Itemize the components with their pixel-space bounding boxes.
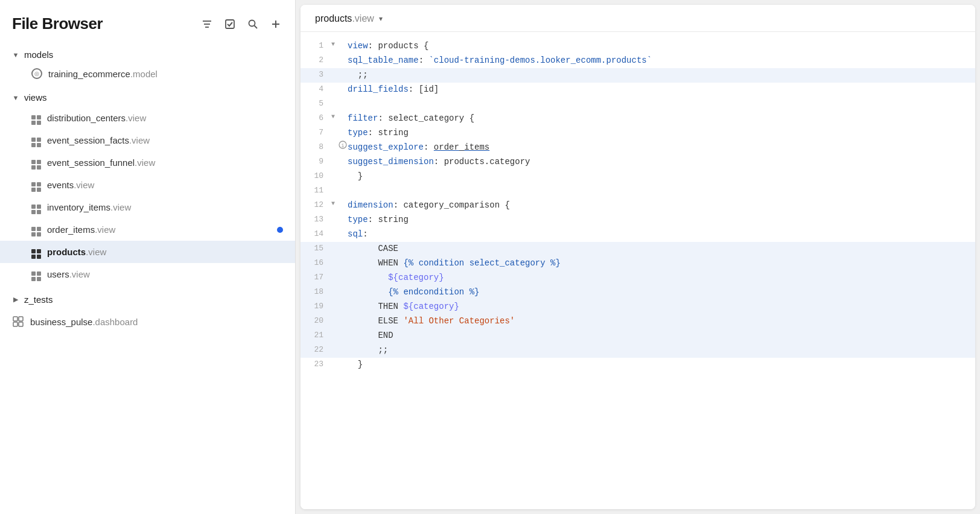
chevron-right-icon-ztests: ▶ bbox=[12, 296, 19, 303]
code-line-21: 21 END bbox=[301, 329, 975, 343]
z-tests-section: ▶ z_tests bbox=[0, 288, 295, 311]
line-number-3: 3 bbox=[310, 68, 328, 81]
models-section: ▼ models ◎ training_ecommerce.model bbox=[0, 43, 295, 86]
sidebar-item-products-view[interactable]: products.view bbox=[0, 241, 295, 263]
svg-line-5 bbox=[255, 25, 258, 28]
line-number-11: 11 bbox=[310, 184, 328, 197]
code-line-18: 18 {% endcondition %} bbox=[301, 285, 975, 300]
code-line-23: 23 } bbox=[301, 358, 975, 372]
plus-icon[interactable] bbox=[269, 17, 283, 31]
table-icon-inventory bbox=[31, 200, 41, 214]
sidebar-item-views[interactable]: ▼ views bbox=[0, 88, 295, 107]
code-line-1: 1▼view: products { bbox=[301, 39, 975, 54]
line-content-14: sql: bbox=[348, 227, 966, 242]
editor-tab-products-view[interactable]: products.view ▾ bbox=[315, 13, 383, 24]
svg-point-4 bbox=[249, 20, 255, 26]
line-content-16: WHEN {% condition select_category %} bbox=[348, 256, 966, 271]
table-icon-products bbox=[31, 245, 41, 259]
sidebar-item-event-session-facts-view[interactable]: event_session_facts.view bbox=[0, 129, 295, 151]
model-icon: ◎ bbox=[31, 68, 42, 79]
editor-tab-bar: products.view ▾ bbox=[301, 5, 975, 32]
table-icon-event-funnel bbox=[31, 156, 41, 170]
line-content-6: filter: select_category { bbox=[348, 112, 966, 126]
sidebar-item-order-items-view[interactable]: order_items.view bbox=[0, 218, 295, 241]
line-content-15: CASE bbox=[348, 242, 966, 256]
code-line-3: 3 ;; bbox=[301, 68, 975, 83]
line-number-1: 1 bbox=[310, 39, 328, 52]
sidebar-item-training-ecommerce-model[interactable]: ◎ training_ecommerce.model bbox=[0, 64, 295, 83]
sidebar-item-users-view[interactable]: users.view bbox=[0, 263, 295, 285]
line-number-17: 17 bbox=[310, 271, 328, 284]
header-icons bbox=[200, 17, 283, 31]
table-icon-order-items bbox=[31, 223, 41, 236]
line-number-15: 15 bbox=[310, 242, 328, 255]
sidebar-item-business-pulse-dashboard[interactable]: business_pulse.dashboard bbox=[0, 311, 295, 332]
code-line-4: 4drill_fields: [id] bbox=[301, 83, 975, 97]
line-number-8: 8 bbox=[310, 141, 328, 154]
sidebar-item-z-tests[interactable]: ▶ z_tests bbox=[0, 290, 295, 309]
collapse-arrow-12[interactable]: ▼ bbox=[328, 198, 338, 209]
collapse-arrow-1[interactable]: ▼ bbox=[328, 39, 338, 49]
code-line-16: 16 WHEN {% condition select_category %} bbox=[301, 256, 975, 271]
svg-rect-11 bbox=[19, 322, 23, 326]
table-icon-users bbox=[31, 267, 41, 281]
code-line-5: 5 bbox=[301, 97, 975, 112]
line-content-19: THEN ${category} bbox=[348, 300, 966, 314]
filter-icon[interactable] bbox=[200, 17, 214, 31]
svg-rect-3 bbox=[226, 20, 234, 28]
line-number-9: 9 bbox=[310, 155, 328, 168]
sidebar-title: File Browser bbox=[12, 14, 103, 33]
sidebar-item-inventory-items-view[interactable]: inventory_items.view bbox=[0, 196, 295, 218]
z-tests-label: z_tests bbox=[24, 294, 53, 305]
code-line-12: 12▼dimension: category_comparison { bbox=[301, 198, 975, 213]
line-number-12: 12 bbox=[310, 198, 328, 212]
line-content-10: } bbox=[348, 170, 966, 184]
line-number-20: 20 bbox=[310, 314, 328, 328]
model-item-name: training_ecommerce.model bbox=[48, 69, 158, 79]
models-children: ◎ training_ecommerce.model bbox=[0, 64, 295, 83]
info-icon-8[interactable]: i bbox=[338, 141, 348, 149]
line-content-23: } bbox=[348, 358, 966, 372]
code-line-14: 14sql: bbox=[301, 227, 975, 242]
line-number-7: 7 bbox=[310, 126, 328, 139]
code-line-22: 22 ;; bbox=[301, 343, 975, 358]
sidebar-item-distribution-centers-view[interactable]: distribution_centers.view bbox=[0, 107, 295, 129]
svg-rect-8 bbox=[13, 317, 18, 321]
search-icon[interactable] bbox=[246, 17, 260, 31]
sidebar-item-models[interactable]: ▼ models bbox=[0, 45, 295, 64]
editor-panel: products.view ▾ 1▼view: products {2sql_t… bbox=[301, 5, 975, 509]
tab-dropdown-arrow[interactable]: ▾ bbox=[379, 14, 383, 23]
code-line-7: 7type: string bbox=[301, 126, 975, 141]
line-number-16: 16 bbox=[310, 256, 328, 270]
line-content-8: suggest_explore: order_items bbox=[348, 141, 966, 155]
dashboard-item-name: business_pulse.dashboard bbox=[30, 317, 138, 327]
line-content-3: ;; bbox=[348, 68, 966, 83]
line-content-2: sql_table_name: `cloud-training-demos.lo… bbox=[348, 54, 966, 68]
svg-rect-10 bbox=[13, 322, 18, 326]
collapse-arrow-6[interactable]: ▼ bbox=[328, 112, 338, 122]
checkbox-icon[interactable] bbox=[223, 17, 237, 31]
line-content-4: drill_fields: [id] bbox=[348, 83, 966, 97]
svg-text:i: i bbox=[341, 143, 344, 149]
line-number-10: 10 bbox=[310, 170, 328, 183]
line-content-18: {% endcondition %} bbox=[348, 285, 966, 300]
line-number-19: 19 bbox=[310, 300, 328, 313]
table-icon-event-facts bbox=[31, 133, 41, 147]
models-label: models bbox=[24, 49, 53, 60]
sidebar-item-event-session-funnel-view[interactable]: event_session_funnel.view bbox=[0, 151, 295, 174]
sidebar-item-events-view[interactable]: events.view bbox=[0, 174, 295, 196]
line-number-22: 22 bbox=[310, 343, 328, 357]
line-number-6: 6 bbox=[310, 112, 328, 125]
code-line-13: 13type: string bbox=[301, 213, 975, 227]
line-content-17: ${category} bbox=[348, 271, 966, 285]
code-line-17: 17 ${category} bbox=[301, 271, 975, 285]
code-editor[interactable]: 1▼view: products {2sql_table_name: `clou… bbox=[301, 32, 975, 509]
line-content-7: type: string bbox=[348, 126, 966, 141]
sidebar: File Browser bbox=[0, 0, 296, 514]
table-icon-distribution bbox=[31, 111, 41, 125]
code-line-19: 19 THEN ${category} bbox=[301, 300, 975, 314]
code-line-8: 8isuggest_explore: order_items bbox=[301, 141, 975, 155]
code-line-15: 15 CASE bbox=[301, 242, 975, 256]
line-number-23: 23 bbox=[310, 358, 328, 371]
code-line-20: 20 ELSE 'All Other Categories' bbox=[301, 314, 975, 329]
